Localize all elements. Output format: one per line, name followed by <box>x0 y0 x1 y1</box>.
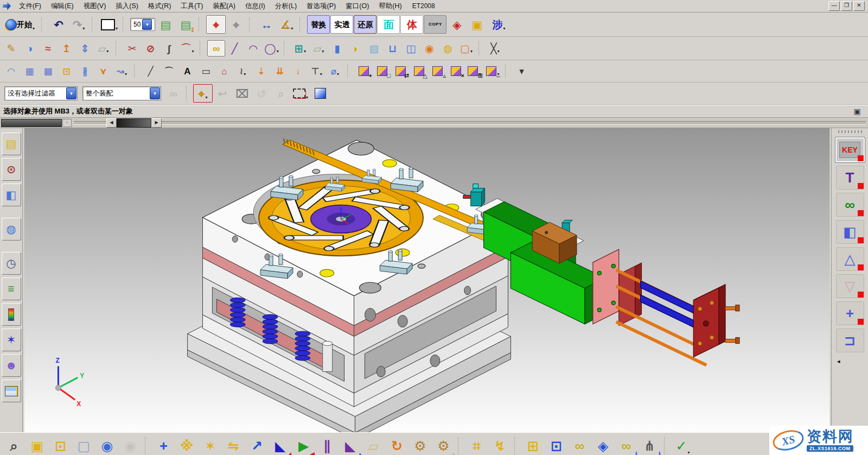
sequence-button[interactable]: ↯ <box>488 435 512 455</box>
internet-tab[interactable]: ◍ <box>2 218 21 241</box>
find-assembly-button[interactable]: ⌕ <box>2 435 25 455</box>
mirror-assembly-button[interactable]: ⇋ <box>222 435 245 455</box>
intersect-curve-button[interactable]: ↓ <box>289 63 307 79</box>
palette-drag-handle[interactable] <box>838 130 862 133</box>
chain-curve-button[interactable]: ∞ <box>207 40 225 56</box>
replace-face-button[interactable]: △ <box>410 63 428 79</box>
clamp-part-item[interactable]: ⊐ <box>836 328 864 352</box>
scroll-right-button[interactable]: ▶ <box>151 118 162 128</box>
eraser-button[interactable]: ⌧ <box>232 84 252 103</box>
translucency-button[interactable]: 实透 <box>330 15 353 34</box>
interpart-link-button[interactable]: ∞ <box>568 435 591 455</box>
relations-info-button[interactable]: ∞ℹ <box>615 435 638 455</box>
chevron-down-icon[interactable]: ▾ <box>304 49 306 56</box>
combine-curve-button[interactable]: ⇊ <box>271 63 289 79</box>
bracket-part-item[interactable]: ◧ <box>836 220 864 244</box>
menu-tools[interactable]: 工具(T) <box>176 0 208 12</box>
chevron-down-icon[interactable]: ▾ <box>320 72 322 79</box>
revolve-button[interactable]: ◗ <box>347 40 365 56</box>
show-dof-button[interactable]: ▱ <box>362 435 385 455</box>
section-curve-button[interactable]: ⊤▾ <box>308 63 326 79</box>
chevron-down-icon[interactable]: ▾ <box>687 450 690 455</box>
nozzle-part-item[interactable]: ▽ <box>836 274 864 298</box>
restore-button[interactable]: ❐ <box>841 1 852 11</box>
scroll-thumb[interactable] <box>117 118 151 128</box>
verify-button[interactable]: ✓▾ <box>671 435 694 455</box>
trim-curve-button[interactable]: ✂ <box>123 40 141 56</box>
roles-tab[interactable]: ☻ <box>2 354 21 377</box>
chevron-down-icon[interactable]: ▾ <box>125 72 127 79</box>
replace-button[interactable]: 替换 <box>307 15 330 34</box>
tube-button[interactable]: ⌀▾ <box>326 63 344 79</box>
resize-face-button[interactable]: ↔▾ <box>484 63 502 79</box>
chevron-down-icon[interactable]: ▾ <box>497 49 500 56</box>
parallel-constraint-button[interactable]: ∥ <box>315 435 339 455</box>
wrench-component-button[interactable]: ⚙ <box>409 435 432 455</box>
hole-button[interactable]: ◉ <box>420 40 438 56</box>
selection-scope-dropdown[interactable]: 整个装配 ▼ <box>82 86 161 100</box>
extend-curve-button[interactable]: ⌒▾ <box>178 40 196 56</box>
measure-body-button[interactable]: ╳▾ <box>486 40 504 56</box>
text-button[interactable]: A <box>178 63 196 79</box>
line-sketch-button[interactable]: ╱ <box>142 63 159 79</box>
chevron-down-icon[interactable]: ▼ <box>142 19 152 30</box>
menu-help[interactable]: 帮助(H) <box>374 0 406 12</box>
interference-button[interactable]: 涉▾ <box>487 15 510 34</box>
menu-preferences[interactable]: 首选项(P) <box>302 0 341 12</box>
marquee-select-button[interactable]: ▾ <box>291 84 310 103</box>
fit-view-button[interactable]: ▣ <box>850 106 865 117</box>
fillet-curve-button[interactable]: ʃ <box>160 40 178 56</box>
show-component-button[interactable]: ⊡ <box>49 435 72 455</box>
wireframe-body-button[interactable]: ◈ <box>447 15 467 34</box>
spline-button[interactable]: ≀▾ <box>234 63 252 79</box>
offset-surface-button[interactable]: ⊡ <box>58 63 75 79</box>
snapshot-button[interactable]: ◉ <box>95 435 119 455</box>
mesh-surface-button[interactable]: ▦ <box>21 63 39 79</box>
unite-button[interactable]: ⊔ <box>384 40 401 56</box>
block-button[interactable]: ▧ <box>365 40 383 56</box>
arrangements-button[interactable]: ⊞ <box>521 435 545 455</box>
chevron-down-icon[interactable]: ▾ <box>82 26 85 33</box>
trim-body-button[interactable]: ◫ <box>402 40 420 56</box>
move-to-layer-button[interactable]: ▤↧ <box>176 15 195 34</box>
arc-button[interactable]: ◠ <box>244 40 262 56</box>
play-constraint-button[interactable]: ▶◀ <box>292 435 315 455</box>
redo-button[interactable]: ↷▾ <box>69 15 88 34</box>
rectangle-button[interactable]: ▭ <box>197 63 215 79</box>
visualization-tab[interactable] <box>2 303 21 326</box>
copy-face-button[interactable]: ⊞▾ <box>465 63 483 79</box>
minimize-button[interactable]: — <box>828 1 840 11</box>
chevron-down-icon[interactable]: ▾ <box>106 49 108 56</box>
measure-angle-button[interactable]: ∡▾ <box>277 15 296 34</box>
key-library-item[interactable]: KEY <box>835 137 865 162</box>
chevron-down-icon[interactable]: ▾ <box>244 72 246 79</box>
link-part-item[interactable]: ∞ <box>836 193 864 217</box>
cylinder-mount-plate[interactable] <box>593 249 619 324</box>
chevron-down-icon[interactable]: ▾ <box>205 95 207 102</box>
screw-part-item[interactable]: T <box>836 166 864 189</box>
boolean-button[interactable]: ⊞▾ <box>291 40 309 56</box>
menu-insert[interactable]: 插入(S) <box>111 0 143 12</box>
menu-view[interactable]: 视图(V) <box>79 0 111 12</box>
open-component-button[interactable]: ▣ <box>25 435 49 455</box>
chevron-down-icon[interactable]: ▾ <box>33 26 35 33</box>
menu-information[interactable]: 信息(I) <box>240 0 270 12</box>
boss-button[interactable]: ◍ <box>439 40 457 56</box>
snap-point-button[interactable]: ⌖▾ <box>193 84 213 103</box>
move-rotate-button[interactable]: ↻ <box>385 435 409 455</box>
work-layer-field[interactable]: 50▼ <box>130 18 155 31</box>
plate-part-item[interactable]: △ <box>836 247 864 271</box>
selection-filter-dropdown[interactable]: 没有选择过滤器 ▼ <box>4 86 78 100</box>
resize-blend-button[interactable]: ▵ <box>429 63 446 79</box>
materials-tab[interactable]: ≡ <box>2 277 21 300</box>
close-button[interactable]: ✕ <box>853 1 865 11</box>
clearance-button[interactable]: ⊡ <box>545 435 568 455</box>
scroll-left-button[interactable]: ◀ <box>106 118 117 128</box>
remember-constraints-button[interactable]: ◣▪ <box>339 435 362 455</box>
chevron-down-icon[interactable]: ▾ <box>291 26 293 33</box>
structure-info-button[interactable]: ⋔ℹ <box>638 435 661 455</box>
view-cube-button[interactable] <box>310 84 330 103</box>
hide-component-button[interactable]: ▢ <box>72 435 95 455</box>
profile-button[interactable]: ⌂ <box>215 63 233 79</box>
chevron-down-icon[interactable]: ▼ <box>66 87 76 99</box>
